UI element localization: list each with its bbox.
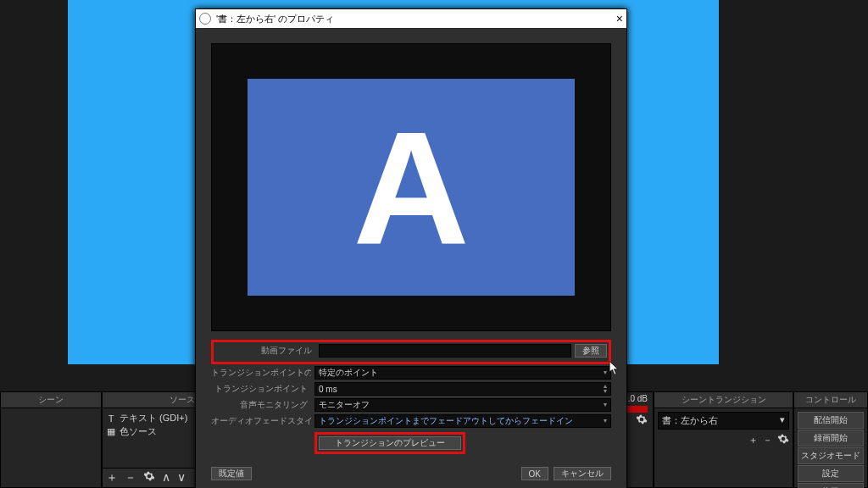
highlight-video-file: 動画ファイル 参照: [211, 340, 611, 364]
move-down-button[interactable]: ∨: [177, 470, 186, 485]
point-type-dropdown[interactable]: 特定のポイント ▾: [314, 366, 611, 380]
defaults-button[interactable]: 既定値: [211, 467, 252, 480]
row-audio-monitor: 音声モニタリング モニターオフ ▾: [211, 398, 611, 412]
audio-fade-dropdown[interactable]: トランジションポイントまでフェードアウトしてからフェードイン ▾: [314, 414, 611, 428]
row-audio-fade: オーディオフェードスタイル トランジションポイントまでフェードアウトしてからフェ…: [211, 414, 611, 428]
move-up-button[interactable]: ∧: [162, 470, 170, 485]
settings-button[interactable]: 設定: [798, 465, 864, 482]
source-label: 色ソース: [120, 425, 157, 438]
transition-selected: 書：左から右: [662, 414, 718, 427]
video-file-input[interactable]: [319, 344, 571, 358]
audio-monitor-dropdown[interactable]: モニターオフ ▾: [314, 398, 611, 412]
start-streaming-button[interactable]: 配信開始: [798, 412, 864, 429]
dock-controls-title: コントロール: [794, 392, 867, 408]
highlight-preview-button: トランジションのプレビュー: [314, 432, 465, 454]
chevron-down-icon: ▾: [780, 414, 785, 427]
dock-scenes-title: シーン: [1, 392, 101, 408]
add-transition-button[interactable]: ＋: [748, 434, 758, 446]
gear-icon[interactable]: [636, 413, 648, 427]
gear-icon[interactable]: [143, 470, 155, 485]
dialog-title: '書：左から右' のプロパティ: [216, 13, 616, 25]
spinner-icon: ▴▾: [604, 384, 607, 394]
label-video-file: 動画ファイル: [215, 345, 315, 357]
label-point-type: トランジションポイントの種類: [211, 367, 311, 379]
label-transition-point: トランジションポイント: [211, 383, 311, 395]
browse-button[interactable]: 参照: [575, 344, 607, 358]
add-source-button[interactable]: ＋: [106, 470, 118, 485]
row-preview-transition: トランジションのプレビュー: [211, 430, 611, 456]
start-recording-button[interactable]: 録画開始: [798, 430, 864, 446]
row-transition-point: トランジションポイント 0 ms ▴▾: [211, 382, 611, 396]
transition-preview-area: A: [211, 43, 611, 331]
transition-point-input[interactable]: 0 ms ▴▾: [314, 382, 611, 396]
preview-scene: A: [248, 79, 574, 297]
dock-controls: コントロール 配信開始 録画開始 スタジオモード 設定 終了: [793, 391, 868, 488]
chevron-down-icon: ▾: [604, 402, 607, 408]
ok-button[interactable]: OK: [521, 467, 548, 480]
preview-letter: A: [353, 107, 469, 268]
row-point-type: トランジションポイントの種類 特定のポイント ▾: [211, 366, 611, 380]
label-audio-fade: オーディオフェードスタイル: [211, 415, 311, 427]
preview-transition-button[interactable]: トランジションのプレビュー: [319, 436, 461, 450]
source-label: テキスト (GDI+): [120, 412, 187, 424]
cancel-button[interactable]: キャンセル: [554, 467, 611, 480]
stinger-properties-dialog: '書：左から右' のプロパティ × A 動画ファイル 参照 トランジションポイン…: [195, 8, 627, 488]
dock-transitions-title: シーントランジション: [654, 392, 793, 408]
chevron-down-icon: ▾: [604, 419, 607, 424]
properties-form: 動画ファイル 参照 トランジションポイントの種類 特定のポイント ▾ トランジシ…: [196, 331, 626, 462]
dialog-footer: 既定値 OK キャンセル: [196, 462, 626, 488]
exit-button[interactable]: 終了: [798, 483, 864, 488]
color-source-icon: ▦: [106, 427, 116, 437]
dialog-titlebar[interactable]: '書：左から右' のプロパティ ×: [196, 9, 626, 28]
dock-scenes: シーン: [0, 391, 102, 488]
text-icon: T: [106, 413, 116, 424]
dock-transitions: シーントランジション 書：左から右 ▾ ＋ －: [654, 391, 793, 488]
row-video-file: 動画ファイル 参照: [215, 344, 607, 358]
close-icon[interactable]: ×: [616, 12, 623, 25]
label-audio-monitor: 音声モニタリング: [211, 399, 311, 411]
transition-dropdown[interactable]: 書：左から右 ▾: [658, 412, 789, 430]
chevron-down-icon: ▾: [604, 370, 607, 375]
gear-icon[interactable]: [777, 433, 789, 446]
remove-source-button[interactable]: －: [125, 470, 136, 485]
studio-mode-button[interactable]: スタジオモード: [798, 447, 864, 464]
remove-transition-button[interactable]: －: [763, 434, 772, 446]
obs-app-icon: [199, 13, 211, 25]
